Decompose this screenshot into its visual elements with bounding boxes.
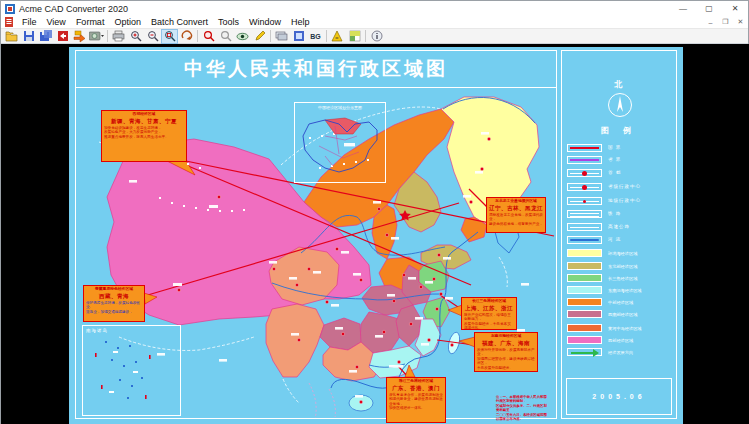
legend-swatch-row: 黄河中游经济区域: [567, 323, 642, 333]
province-guizhou: [320, 318, 361, 350]
legend-swatch-row: 环渤海经济区域: [567, 248, 637, 258]
swatch: [567, 336, 602, 344]
find-next-button[interactable]: [217, 29, 234, 44]
color-swatch-icon: [349, 30, 361, 42]
legend-swatch-row: 东南沿海经济区域: [567, 285, 642, 295]
menu-file[interactable]: File: [17, 16, 42, 29]
layers-button[interactable]: [273, 29, 290, 44]
convert-icon: [57, 30, 69, 42]
callout-tibet: 青藏高原特色经济区域 西藏、青海 保护高原生态环境，发展特色农牧业、 旅游业，加…: [83, 285, 145, 322]
background-toggle-button[interactable]: BG: [307, 29, 324, 44]
swatch: [567, 324, 602, 332]
legend-row-boundary: 国 界: [567, 143, 621, 152]
toolbar: BG: [1, 29, 748, 44]
callout-yangtze-delta: 长江三角洲经济区域 上海、江苏、浙江 提升产业结构层次，增强自主创新能力， 发展…: [461, 297, 517, 330]
menu-view[interactable]: View: [42, 16, 71, 29]
zoom-in-icon: [130, 30, 142, 42]
child-minimize-button[interactable]: –: [703, 19, 718, 26]
overview-inset-map: [295, 111, 385, 181]
menu-help[interactable]: Help: [286, 16, 315, 29]
save-button[interactable]: [20, 29, 37, 44]
bg-label: BG: [310, 33, 321, 40]
zoom-window-button[interactable]: [161, 29, 178, 44]
legend-row-capital: 首 都: [567, 168, 621, 177]
legend-title: 图 例: [562, 125, 676, 136]
legend-swatch-row: 西部经济区域: [567, 335, 633, 345]
maximize-button[interactable]: ▢: [696, 1, 722, 16]
open-button[interactable]: [3, 29, 20, 44]
south-sea-islands: [83, 335, 180, 415]
snapshot-button[interactable]: [88, 29, 105, 44]
legend-swatch-row: 西南部经济区域: [567, 309, 637, 319]
legend-swatch-row: 中部经济区域: [567, 297, 633, 307]
menu-window[interactable]: Window: [244, 16, 286, 29]
menu-batch-convert[interactable]: Batch Convert: [146, 16, 213, 29]
drawing-canvas[interactable]: 中华人民共和国行政区域图 中国经济区域划分示意图 南海诸岛: [1, 44, 749, 424]
find-icon: [203, 30, 215, 42]
close-button[interactable]: ✕: [722, 1, 748, 16]
swatch: [567, 249, 602, 257]
pen-icon: [254, 30, 266, 42]
zoom-extents-icon: [181, 30, 193, 42]
eye-icon: [236, 31, 249, 42]
swatch: [567, 262, 602, 270]
zoom-extents-button[interactable]: [178, 29, 195, 44]
save-all-icon: [40, 30, 52, 42]
zoom-out-icon: [147, 30, 159, 42]
map-title: 中华人民共和国行政区域图: [75, 50, 557, 88]
minimize-button[interactable]: —: [670, 1, 696, 16]
compass-icon: [608, 93, 632, 117]
camera-icon: [89, 30, 104, 42]
layout-icon: [293, 30, 305, 42]
export-button[interactable]: [71, 29, 88, 44]
save-all-button[interactable]: [37, 29, 54, 44]
callout-southeast-coast: 东南沿海经济区域 福建、广东、海南 发挥对外开放优势，发展高新技术产业， 加强两…: [474, 332, 538, 372]
save-icon: [23, 30, 35, 42]
legend-row-railway: 铁 路: [567, 209, 621, 218]
layers-icon: [275, 30, 288, 42]
about-button[interactable]: [368, 29, 385, 44]
south-sea-inset-title: 南海诸岛: [86, 328, 108, 333]
swatch: [567, 286, 602, 294]
window-title: Acme CAD Converter 2020: [19, 4, 128, 14]
color-button[interactable]: [346, 29, 363, 44]
font-button[interactable]: [329, 29, 346, 44]
zoom-in-button[interactable]: [127, 29, 144, 44]
child-restore-button[interactable]: ❐: [718, 18, 733, 26]
swatch: [567, 298, 602, 306]
province-yunnan: [266, 304, 324, 377]
child-close-button[interactable]: ✕: [733, 18, 748, 26]
app-window: Acme CAD Converter 2020 — ▢ ✕ File View …: [0, 0, 749, 424]
date-box: 2005.06: [566, 378, 672, 415]
menubar: File View Format Option Batch Convert To…: [1, 16, 748, 29]
menu-option[interactable]: Option: [109, 16, 146, 29]
legend-row-highway: 高速公路: [567, 222, 630, 231]
legend-panel: 北 图 例 国 界 省 界 首 都 省级行政中心 地级行政中心 铁 路 高速公路…: [561, 50, 677, 419]
font-icon: [331, 30, 344, 42]
callout-west: 西部经济区域 新疆、青海、甘肃、宁夏 加快基础设施建设，改善生态环境， 发展特色…: [101, 110, 187, 162]
south-sea-inset: 南海诸岛: [82, 325, 181, 416]
legend-swatch-row-arrow: 经济发展方向: [567, 347, 633, 357]
menu-format[interactable]: Format: [71, 16, 110, 29]
menu-tools[interactable]: Tools: [213, 16, 244, 29]
callout-pearl-delta: 珠江三角洲经济区域 广东、香港、澳门 深化粤港澳合作，发展先进制造业 和现代服务…: [386, 377, 446, 423]
export-arrow-icon: [73, 30, 86, 43]
printer-icon: [112, 30, 125, 42]
legend-row-city: 地级行政中心: [567, 196, 641, 205]
edit-button[interactable]: [251, 29, 268, 44]
overview-inset-title: 中国经济区域划分示意图: [295, 105, 385, 110]
layout-button[interactable]: [290, 29, 307, 44]
se-asia-boundaries: [309, 383, 335, 419]
print-button[interactable]: [110, 29, 127, 44]
swatch: [567, 310, 602, 318]
legend-swatch-row: 东北部经济区域: [567, 261, 637, 271]
overview-inset: 中国经济区域划分示意图: [294, 102, 386, 183]
convert-button[interactable]: [54, 29, 71, 44]
zoom-window-icon: [164, 30, 176, 42]
titlebar: Acme CAD Converter 2020 — ▢ ✕: [1, 1, 748, 16]
callout-northeast: 东北老工业基地振兴区域 辽宁、吉林、黑龙江 调整改造老工业基地，发展现代农业， …: [486, 197, 546, 233]
zoom-out-button[interactable]: [144, 29, 161, 44]
find-next-icon: [220, 30, 232, 42]
view-mode-button[interactable]: [234, 29, 251, 44]
find-text-button[interactable]: [200, 29, 217, 44]
